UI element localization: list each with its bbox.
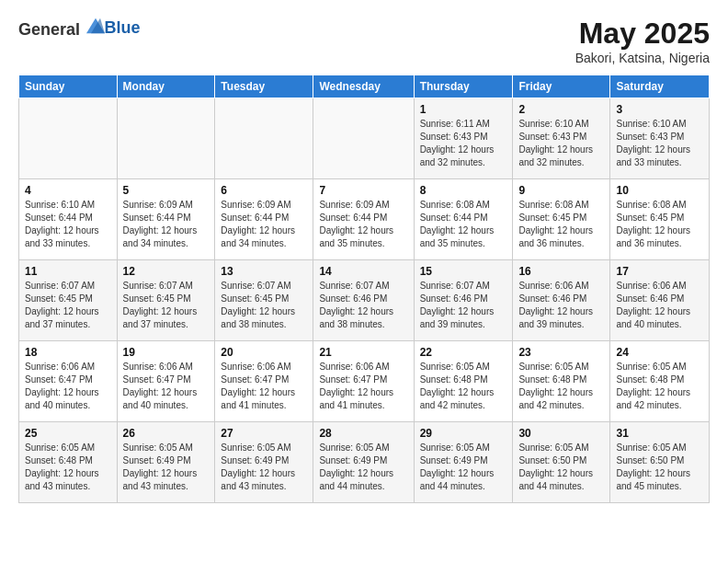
day-number: 19 — [123, 346, 210, 359]
calendar-cell: 28Sunrise: 6:05 AM Sunset: 6:49 PM Dayli… — [313, 422, 414, 503]
day-number: 16 — [518, 265, 604, 278]
calendar-week-5: 25Sunrise: 6:05 AM Sunset: 6:48 PM Dayli… — [19, 422, 710, 503]
day-number: 21 — [319, 346, 407, 359]
logo-icon — [86, 17, 105, 35]
day-number: 13 — [221, 265, 307, 278]
day-number: 4 — [25, 184, 111, 197]
calendar-cell: 22Sunrise: 6:05 AM Sunset: 6:48 PM Dayli… — [414, 341, 513, 422]
day-info: Sunrise: 6:07 AM Sunset: 6:46 PM Dayligh… — [420, 280, 507, 331]
day-info: Sunrise: 6:05 AM Sunset: 6:50 PM Dayligh… — [616, 442, 703, 493]
calendar-header-saturday: Saturday — [610, 75, 710, 98]
day-number: 14 — [319, 265, 407, 278]
logo-blue-text: Blue — [105, 18, 141, 37]
calendar-week-1: 1Sunrise: 6:11 AM Sunset: 6:43 PM Daylig… — [19, 98, 710, 179]
day-number: 17 — [616, 265, 703, 278]
day-number: 30 — [518, 427, 604, 440]
day-info: Sunrise: 6:09 AM Sunset: 6:44 PM Dayligh… — [319, 199, 407, 250]
day-info: Sunrise: 6:10 AM Sunset: 6:43 PM Dayligh… — [518, 118, 604, 169]
day-info: Sunrise: 6:09 AM Sunset: 6:44 PM Dayligh… — [123, 199, 210, 250]
calendar-cell: 13Sunrise: 6:07 AM Sunset: 6:45 PM Dayli… — [215, 260, 313, 341]
day-number: 24 — [616, 346, 703, 359]
calendar-cell: 10Sunrise: 6:08 AM Sunset: 6:45 PM Dayli… — [610, 179, 710, 260]
calendar-cell — [215, 98, 313, 179]
day-info: Sunrise: 6:09 AM Sunset: 6:44 PM Dayligh… — [221, 199, 307, 250]
day-info: Sunrise: 6:05 AM Sunset: 6:49 PM Dayligh… — [420, 442, 507, 493]
calendar-cell: 11Sunrise: 6:07 AM Sunset: 6:45 PM Dayli… — [19, 260, 118, 341]
day-info: Sunrise: 6:07 AM Sunset: 6:45 PM Dayligh… — [123, 280, 210, 331]
day-info: Sunrise: 6:05 AM Sunset: 6:48 PM Dayligh… — [518, 361, 604, 412]
main-title: May 2025 — [575, 17, 710, 51]
day-number: 25 — [25, 427, 111, 440]
calendar-week-4: 18Sunrise: 6:06 AM Sunset: 6:47 PM Dayli… — [19, 341, 710, 422]
day-number: 2 — [518, 103, 604, 116]
day-number: 27 — [221, 427, 307, 440]
day-number: 26 — [123, 427, 210, 440]
day-info: Sunrise: 6:08 AM Sunset: 6:44 PM Dayligh… — [420, 199, 507, 250]
day-number: 10 — [616, 184, 703, 197]
calendar-cell: 31Sunrise: 6:05 AM Sunset: 6:50 PM Dayli… — [610, 422, 710, 503]
calendar-cell: 21Sunrise: 6:06 AM Sunset: 6:47 PM Dayli… — [313, 341, 414, 422]
calendar-header-thursday: Thursday — [414, 75, 513, 98]
day-info: Sunrise: 6:07 AM Sunset: 6:45 PM Dayligh… — [221, 280, 307, 331]
day-info: Sunrise: 6:06 AM Sunset: 6:47 PM Dayligh… — [25, 361, 111, 412]
calendar-cell: 3Sunrise: 6:10 AM Sunset: 6:43 PM Daylig… — [610, 98, 710, 179]
calendar-cell: 5Sunrise: 6:09 AM Sunset: 6:44 PM Daylig… — [117, 179, 215, 260]
day-number: 31 — [616, 427, 703, 440]
calendar-cell: 27Sunrise: 6:05 AM Sunset: 6:49 PM Dayli… — [215, 422, 313, 503]
calendar-week-2: 4Sunrise: 6:10 AM Sunset: 6:44 PM Daylig… — [19, 179, 710, 260]
calendar-cell: 14Sunrise: 6:07 AM Sunset: 6:46 PM Dayli… — [313, 260, 414, 341]
day-number: 3 — [616, 103, 703, 116]
day-info: Sunrise: 6:10 AM Sunset: 6:43 PM Dayligh… — [616, 118, 703, 169]
calendar-cell: 12Sunrise: 6:07 AM Sunset: 6:45 PM Dayli… — [117, 260, 215, 341]
calendar-cell: 4Sunrise: 6:10 AM Sunset: 6:44 PM Daylig… — [19, 179, 118, 260]
day-number: 7 — [319, 184, 407, 197]
day-info: Sunrise: 6:05 AM Sunset: 6:49 PM Dayligh… — [221, 442, 307, 493]
day-info: Sunrise: 6:08 AM Sunset: 6:45 PM Dayligh… — [616, 199, 703, 250]
day-info: Sunrise: 6:05 AM Sunset: 6:48 PM Dayligh… — [616, 361, 703, 412]
calendar-cell: 8Sunrise: 6:08 AM Sunset: 6:44 PM Daylig… — [414, 179, 513, 260]
calendar-cell: 6Sunrise: 6:09 AM Sunset: 6:44 PM Daylig… — [215, 179, 313, 260]
calendar-header-friday: Friday — [513, 75, 610, 98]
calendar-week-3: 11Sunrise: 6:07 AM Sunset: 6:45 PM Dayli… — [19, 260, 710, 341]
day-number: 28 — [319, 427, 407, 440]
day-number: 20 — [221, 346, 307, 359]
day-info: Sunrise: 6:06 AM Sunset: 6:47 PM Dayligh… — [123, 361, 210, 412]
calendar-cell: 26Sunrise: 6:05 AM Sunset: 6:49 PM Dayli… — [117, 422, 215, 503]
day-info: Sunrise: 6:05 AM Sunset: 6:49 PM Dayligh… — [123, 442, 210, 493]
calendar-header-row: SundayMondayTuesdayWednesdayThursdayFrid… — [19, 75, 710, 98]
calendar-cell: 24Sunrise: 6:05 AM Sunset: 6:48 PM Dayli… — [610, 341, 710, 422]
day-number: 12 — [123, 265, 210, 278]
day-number: 6 — [221, 184, 307, 197]
day-info: Sunrise: 6:06 AM Sunset: 6:46 PM Dayligh… — [616, 280, 703, 331]
day-number: 5 — [123, 184, 210, 197]
calendar-cell: 16Sunrise: 6:06 AM Sunset: 6:46 PM Dayli… — [513, 260, 610, 341]
day-info: Sunrise: 6:07 AM Sunset: 6:45 PM Dayligh… — [25, 280, 111, 331]
day-number: 11 — [25, 265, 111, 278]
day-info: Sunrise: 6:06 AM Sunset: 6:47 PM Dayligh… — [221, 361, 307, 412]
calendar-header-sunday: Sunday — [19, 75, 118, 98]
calendar-cell — [117, 98, 215, 179]
calendar-cell: 2Sunrise: 6:10 AM Sunset: 6:43 PM Daylig… — [513, 98, 610, 179]
calendar-cell — [19, 98, 118, 179]
calendar-cell: 17Sunrise: 6:06 AM Sunset: 6:46 PM Dayli… — [610, 260, 710, 341]
day-number: 29 — [420, 427, 507, 440]
calendar-cell: 23Sunrise: 6:05 AM Sunset: 6:48 PM Dayli… — [513, 341, 610, 422]
calendar-header-monday: Monday — [117, 75, 215, 98]
day-info: Sunrise: 6:06 AM Sunset: 6:47 PM Dayligh… — [319, 361, 407, 412]
calendar-cell: 19Sunrise: 6:06 AM Sunset: 6:47 PM Dayli… — [117, 341, 215, 422]
day-number: 1 — [420, 103, 507, 116]
subtitle: Bakori, Katsina, Nigeria — [575, 51, 710, 65]
calendar-cell: 29Sunrise: 6:05 AM Sunset: 6:49 PM Dayli… — [414, 422, 513, 503]
day-info: Sunrise: 6:08 AM Sunset: 6:45 PM Dayligh… — [518, 199, 604, 250]
day-info: Sunrise: 6:05 AM Sunset: 6:48 PM Dayligh… — [25, 442, 111, 493]
calendar-header-tuesday: Tuesday — [215, 75, 313, 98]
calendar-header-wednesday: Wednesday — [313, 75, 414, 98]
logo-general-text: General — [18, 20, 80, 39]
day-info: Sunrise: 6:05 AM Sunset: 6:50 PM Dayligh… — [518, 442, 604, 493]
calendar-cell: 1Sunrise: 6:11 AM Sunset: 6:43 PM Daylig… — [414, 98, 513, 179]
header: General Blue May 2025 Bakori, Katsina, N… — [18, 17, 710, 65]
logo: General Blue — [18, 17, 141, 40]
calendar-cell: 18Sunrise: 6:06 AM Sunset: 6:47 PM Dayli… — [19, 341, 118, 422]
day-number: 18 — [25, 346, 111, 359]
page: General Blue May 2025 Bakori, Katsina, N… — [0, 0, 728, 563]
